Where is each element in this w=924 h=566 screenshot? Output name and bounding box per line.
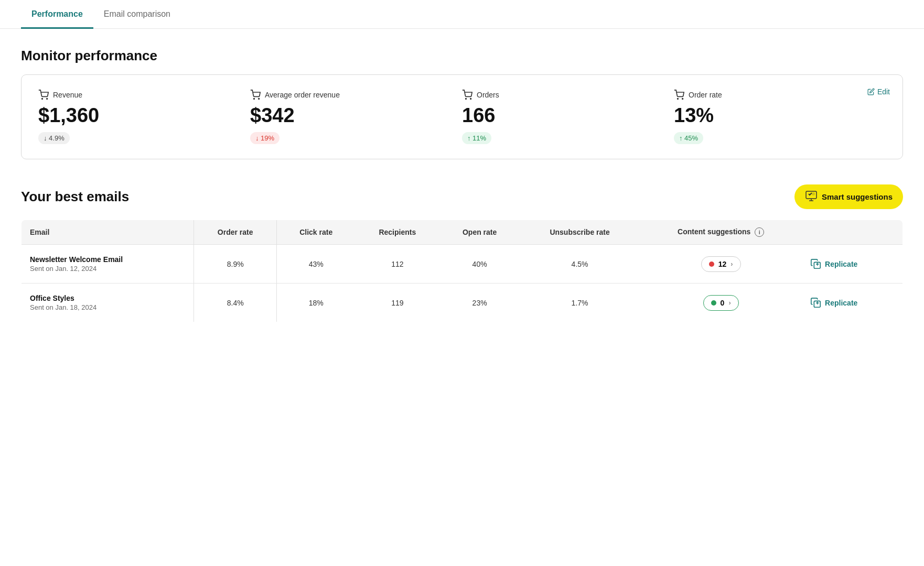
metric-order-rate-badge: ↑ 45% <box>674 132 703 144</box>
chevron-icon-2: › <box>728 299 730 307</box>
email-name-2: Office Styles <box>30 294 185 302</box>
edit-button[interactable]: Edit <box>867 88 890 96</box>
tab-performance[interactable]: Performance <box>21 0 93 29</box>
click-rate-cell-1: 43% <box>277 245 356 284</box>
unsubscribe-cell-2: 1.7% <box>520 284 640 322</box>
chevron-icon-1: › <box>730 260 733 268</box>
order-rate-cell-2: 8.4% <box>194 284 277 322</box>
col-header-email: Email <box>22 220 194 245</box>
smart-suggestions-button[interactable]: Smart suggestions <box>794 184 903 209</box>
col-header-click-rate: Click rate <box>277 220 356 245</box>
actions-cell-1: Replicate <box>802 245 902 284</box>
svg-point-4 <box>466 99 467 100</box>
email-table: Email Order rate Click rate Recipients O… <box>21 220 903 322</box>
metric-revenue-value: $1,360 <box>38 104 240 127</box>
page-title: Monitor performance <box>21 48 903 64</box>
tab-email-comparison[interactable]: Email comparison <box>93 0 181 29</box>
main-content: Monitor performance Revenue $1,360 ↓ 4.9… <box>0 29 924 341</box>
svg-point-2 <box>254 99 255 100</box>
replicate-label-1: Replicate <box>825 260 857 268</box>
open-rate-cell-2: 23% <box>439 284 520 322</box>
smart-suggestions-icon <box>805 190 818 204</box>
dot-green-2 <box>711 300 716 306</box>
metric-avg-order-badge: ↓ 19% <box>250 132 280 144</box>
metric-avg-order: Average order revenue $342 ↓ 19% <box>250 90 462 144</box>
replicate-icon-1 <box>810 258 822 270</box>
metric-order-rate-value: 13% <box>674 104 875 127</box>
email-name-1: Newsletter Welcome Email <box>30 255 185 264</box>
suggestions-cell-1: 12 › <box>640 245 802 284</box>
click-rate-cell-2: 18% <box>277 284 356 322</box>
actions-cell-2: Replicate <box>802 284 902 322</box>
replicate-label-2: Replicate <box>825 299 857 307</box>
smart-suggestions-label: Smart suggestions <box>822 192 893 201</box>
suggestions-badge-1[interactable]: 12 › <box>701 256 741 272</box>
svg-point-9 <box>812 192 815 195</box>
recipients-cell-2: 119 <box>355 284 439 322</box>
email-cell-2: Office Styles Sent on Jan. 18, 2024 <box>22 284 194 322</box>
table-row: Office Styles Sent on Jan. 18, 2024 8.4%… <box>22 284 903 322</box>
replicate-button-2[interactable]: Replicate <box>810 297 857 309</box>
dot-red-1 <box>709 262 714 267</box>
metric-orders-badge: ↑ 11% <box>462 132 491 144</box>
metric-order-rate-label: Order rate <box>689 91 722 99</box>
metric-orders-value: 166 <box>462 104 663 127</box>
metric-revenue-label: Revenue <box>53 91 82 99</box>
svg-point-6 <box>678 99 679 100</box>
svg-point-3 <box>259 99 260 100</box>
best-emails-title: Your best emails <box>21 189 129 205</box>
metric-orders: Orders 166 ↑ 11% <box>462 90 674 144</box>
suggestions-badge-2[interactable]: 0 › <box>703 295 739 311</box>
svg-point-5 <box>470 99 471 100</box>
recipients-cell-1: 112 <box>355 245 439 284</box>
svg-rect-8 <box>806 191 816 199</box>
svg-point-7 <box>682 99 683 100</box>
email-date-1: Sent on Jan. 12, 2024 <box>30 265 185 273</box>
svg-point-1 <box>47 99 48 100</box>
table-row: Newsletter Welcome Email Sent on Jan. 12… <box>22 245 903 284</box>
email-date-2: Sent on Jan. 18, 2024 <box>30 303 185 311</box>
cart-icon-revenue <box>38 90 49 100</box>
order-rate-cell-1: 8.9% <box>194 245 277 284</box>
cart-icon-orders <box>462 90 472 100</box>
svg-point-0 <box>42 99 43 100</box>
best-emails-header: Your best emails Smart suggestions <box>21 184 903 209</box>
metric-revenue: Revenue $1,360 ↓ 4.9% <box>38 90 250 144</box>
suggestions-cell-2: 0 › <box>640 284 802 322</box>
metrics-card: Revenue $1,360 ↓ 4.9% Average order reve… <box>21 74 903 159</box>
cart-icon-order-rate <box>674 90 684 100</box>
email-cell-1: Newsletter Welcome Email Sent on Jan. 12… <box>22 245 194 284</box>
replicate-icon-2 <box>810 297 822 309</box>
col-header-unsubscribe-rate: Unsubscribe rate <box>520 220 640 245</box>
unsubscribe-cell-1: 4.5% <box>520 245 640 284</box>
edit-label: Edit <box>877 88 890 96</box>
edit-icon <box>867 88 875 95</box>
metric-revenue-badge: ↓ 4.9% <box>38 132 70 144</box>
col-header-content-suggestions: Content suggestions i <box>640 220 802 245</box>
col-header-recipients: Recipients <box>355 220 439 245</box>
replicate-button-1[interactable]: Replicate <box>810 258 857 270</box>
cart-icon-avg-order <box>250 90 261 100</box>
table-header-row: Email Order rate Click rate Recipients O… <box>22 220 903 245</box>
suggestions-count-2: 0 <box>721 299 725 307</box>
open-rate-cell-1: 40% <box>439 245 520 284</box>
info-icon: i <box>755 227 764 237</box>
metric-avg-order-value: $342 <box>250 104 452 127</box>
col-header-actions <box>802 220 902 245</box>
tabs-bar: Performance Email comparison <box>0 0 924 29</box>
metric-order-rate: Order rate 13% ↑ 45% <box>674 90 886 144</box>
metric-avg-order-label: Average order revenue <box>265 91 340 99</box>
col-header-open-rate: Open rate <box>439 220 520 245</box>
metric-orders-label: Orders <box>477 91 499 99</box>
suggestions-count-1: 12 <box>718 260 727 268</box>
col-header-order-rate: Order rate <box>194 220 277 245</box>
